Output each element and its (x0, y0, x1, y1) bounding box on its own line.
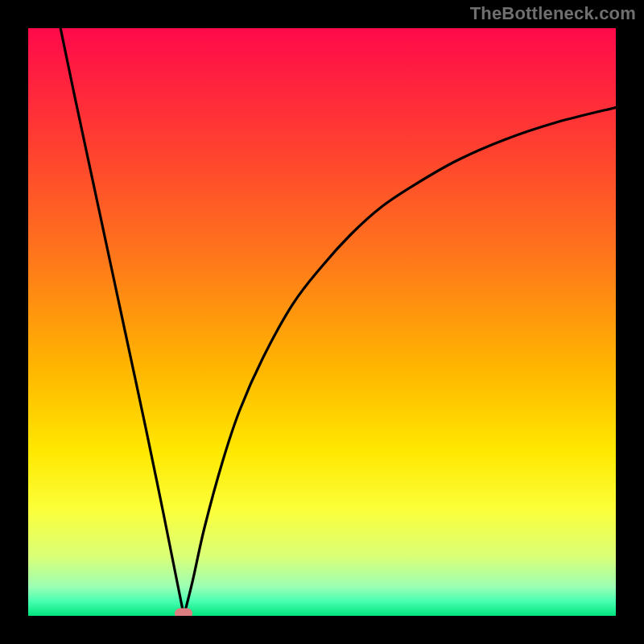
watermark-text: TheBottleneck.com (470, 3, 636, 24)
chart-frame: TheBottleneck.com (0, 0, 644, 644)
plot-area (28, 28, 616, 616)
bottleneck-curve (28, 28, 616, 616)
minimum-marker (175, 609, 192, 616)
